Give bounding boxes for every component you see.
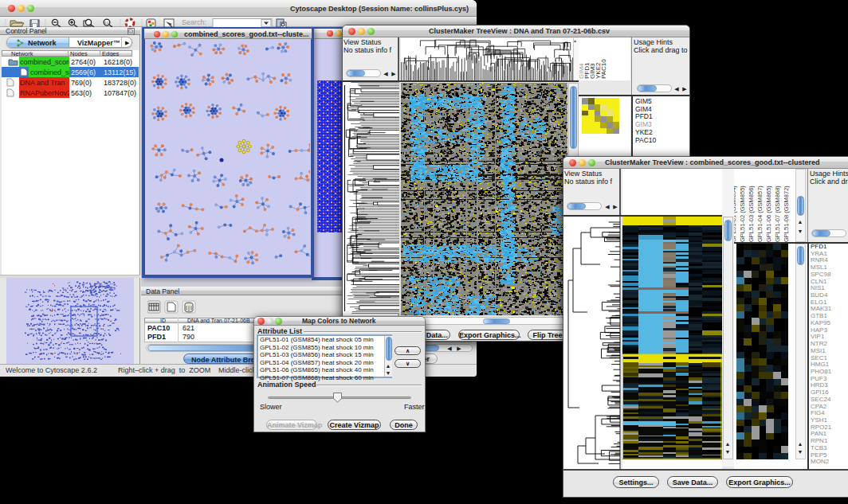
svg-text:1:1: 1:1: [104, 21, 109, 25]
svg-text:Search:: Search:: [182, 18, 206, 26]
